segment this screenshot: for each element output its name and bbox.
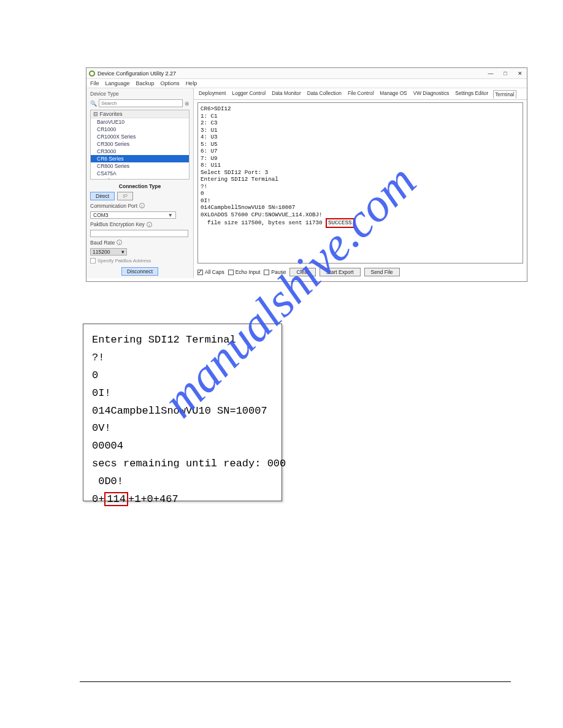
minimize-button[interactable]: —	[486, 70, 495, 77]
baud-rate-select[interactable]: 115200 ▾	[90, 248, 127, 256]
menubar: File Language Backup Options Help	[86, 79, 527, 88]
connection-type-label: Connection Type	[90, 183, 190, 189]
pause-label: Pause	[271, 269, 286, 275]
menu-help[interactable]: Help	[186, 80, 197, 86]
chevron-down-icon: ▾	[121, 249, 124, 255]
start-export-button[interactable]: Start Export	[320, 268, 361, 276]
sidebar-item-cr1000[interactable]: CR1000	[91, 126, 189, 133]
chevron-down-icon: ▼	[168, 212, 173, 218]
pakbus-key-input[interactable]	[90, 230, 188, 237]
sidebar: Device Type 🔍 ⊗ ⊟ Favorites BaroVUE10 CR…	[86, 88, 194, 278]
tab-vw-diagnostics[interactable]: VW Diagnostics	[412, 89, 451, 98]
direct-button[interactable]: Direct	[90, 192, 115, 200]
window-title: Device Configuration Utility 2.27	[98, 70, 176, 77]
main-pane: Deployment Logger Control Data Monitor D…	[194, 88, 527, 278]
info-icon[interactable]: i	[147, 222, 152, 227]
favorites-header[interactable]: ⊟ Favorites	[91, 110, 189, 118]
sdi12-example-output: Entering SDI12 Terminal ?! 0 0I! 014Camp…	[83, 324, 282, 501]
maximize-button[interactable]: □	[501, 70, 510, 77]
allcaps-label: All Caps	[205, 269, 224, 275]
baud-rate-label: Baud Rate i	[90, 240, 190, 246]
ip-button[interactable]: IP	[117, 192, 133, 200]
tab-logger-control[interactable]: Logger Control	[231, 89, 267, 98]
terminal-area[interactable]: CR6>SDI121: C12: C33: U14: U35: U56: U77…	[197, 102, 523, 264]
titlebar: Device Configuration Utility 2.27 — □ ✕	[86, 68, 527, 79]
sidebar-item-cr300[interactable]: CR300 Series	[91, 140, 189, 148]
favorites-list: ⊟ Favorites BaroVUE10 CR1000 CR1000X Ser…	[90, 110, 190, 180]
info-icon[interactable]: i	[139, 203, 145, 208]
menu-options[interactable]: Options	[161, 80, 180, 86]
sidebar-item-levelvue[interactable]: LevelVUE B10	[91, 177, 189, 180]
tab-manage-os[interactable]: Manage OS	[378, 89, 408, 98]
device-type-label: Device Type	[90, 91, 190, 97]
clear-search-button[interactable]: ⊗	[185, 100, 190, 107]
clear-button[interactable]: Clear	[289, 268, 315, 276]
echo-label: Echo Input	[236, 269, 261, 275]
app-window: Device Configuration Utility 2.27 — □ ✕ …	[86, 67, 527, 282]
sidebar-item-cr6[interactable]: CR6 Series	[91, 155, 189, 162]
terminal-output: CR6>SDI121: C12: C33: U14: U35: U56: U77…	[201, 105, 520, 228]
baud-rate-value: 115200	[93, 249, 110, 255]
specify-pakbus-checkbox[interactable]	[90, 258, 96, 264]
tab-bar: Deployment Logger Control Data Monitor D…	[194, 88, 527, 100]
tab-data-collection[interactable]: Data Collection	[306, 89, 343, 98]
comm-port-select[interactable]: COM3 ▼	[90, 211, 176, 219]
specify-pakbus-label: Specify PakBus Address	[98, 258, 151, 264]
app-icon	[89, 70, 95, 77]
value-highlight: 114	[104, 492, 128, 506]
tab-deployment[interactable]: Deployment	[197, 89, 227, 98]
search-icon: 🔍	[90, 100, 97, 107]
sidebar-item-barovue10[interactable]: BaroVUE10	[91, 118, 189, 126]
comm-port-label: Communication Port i	[90, 203, 190, 209]
menu-language[interactable]: Language	[105, 80, 130, 86]
sidebar-item-cr1000x[interactable]: CR1000X Series	[91, 133, 189, 140]
close-button[interactable]: ✕	[516, 70, 524, 77]
sidebar-item-cr800[interactable]: CR800 Series	[91, 162, 189, 170]
terminal-toolbar: All Caps Echo Input Pause Clear Start Ex…	[194, 266, 527, 278]
menu-file[interactable]: File	[90, 80, 99, 86]
info-icon[interactable]: i	[117, 240, 122, 245]
success-highlight: SUCCESS	[326, 218, 354, 228]
menu-backup[interactable]: Backup	[136, 80, 155, 86]
comm-port-value: COM3	[93, 212, 109, 218]
disconnect-button[interactable]: Disconnect	[121, 267, 158, 276]
tab-terminal[interactable]: Terminal	[493, 90, 516, 99]
tab-file-control[interactable]: File Control	[347, 89, 375, 98]
pakbus-key-label: PakBus Encryption Key i	[90, 221, 190, 227]
tab-data-monitor[interactable]: Data Monitor	[270, 89, 302, 98]
pause-checkbox[interactable]	[264, 270, 269, 275]
echo-checkbox[interactable]	[228, 270, 234, 275]
allcaps-checkbox[interactable]	[197, 270, 203, 275]
sidebar-item-cr3000[interactable]: CR3000	[91, 148, 189, 155]
tab-settings-editor[interactable]: Settings Editor	[454, 89, 489, 98]
search-input[interactable]	[99, 99, 183, 107]
sidebar-item-cs475a[interactable]: CS475A	[91, 170, 189, 177]
send-file-button[interactable]: Send File	[364, 268, 400, 276]
footer-divider	[80, 681, 511, 682]
